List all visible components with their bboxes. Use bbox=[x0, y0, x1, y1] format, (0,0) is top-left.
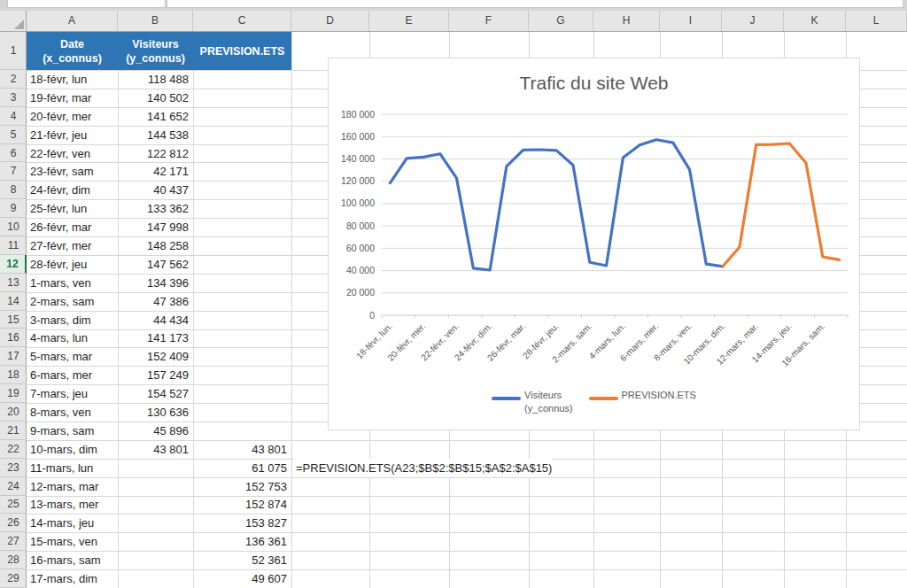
cell-A26[interactable]: 14-mars, jeu bbox=[27, 514, 118, 532]
cell-B5[interactable]: 144 538 bbox=[118, 126, 193, 144]
cell-A11[interactable]: 27-févr, mer bbox=[27, 236, 118, 255]
cell-B8[interactable]: 40 437 bbox=[118, 181, 193, 199]
cell-B17[interactable]: 152 409 bbox=[118, 347, 193, 366]
cell-A7[interactable]: 23-févr, sam bbox=[27, 162, 118, 181]
column-header-K[interactable]: K bbox=[784, 11, 846, 31]
row-header-1[interactable]: 1 bbox=[0, 32, 27, 70]
row-header-6[interactable]: 6 bbox=[0, 144, 27, 163]
cell-C23[interactable]: 61 075 bbox=[193, 459, 291, 477]
row-header-4[interactable]: 4 bbox=[0, 107, 27, 126]
cell-C25[interactable]: 152 874 bbox=[193, 496, 291, 514]
row-header-21[interactable]: 21 bbox=[0, 422, 27, 440]
cell-A13[interactable]: 1-mars, ven bbox=[27, 274, 118, 292]
select-all-corner[interactable] bbox=[0, 11, 27, 32]
column-header-L[interactable]: L bbox=[846, 11, 907, 31]
row-header-25[interactable]: 25 bbox=[0, 496, 27, 514]
cell-B15[interactable]: 44 434 bbox=[118, 311, 193, 329]
cell-A10[interactable]: 26-févr, mar bbox=[27, 218, 118, 236]
cell-B1[interactable]: Visiteurs (y_connus) bbox=[118, 32, 193, 70]
column-header-E[interactable]: E bbox=[369, 11, 449, 31]
row-header-5[interactable]: 5 bbox=[0, 126, 27, 144]
row-header-20[interactable]: 20 bbox=[0, 403, 27, 422]
row-header-2[interactable]: 2 bbox=[0, 70, 27, 89]
row-header-29[interactable]: 29 bbox=[0, 569, 27, 588]
traffic-chart[interactable]: Trafic du site Web 020 00040 00060 00080… bbox=[328, 58, 860, 430]
cell-A17[interactable]: 5-mars, mar bbox=[27, 347, 118, 366]
legend-entry-visiteurs[interactable]: Visiteurs (y_connus) bbox=[492, 389, 572, 415]
cell-B18[interactable]: 157 249 bbox=[118, 366, 193, 384]
row-header-24[interactable]: 24 bbox=[0, 477, 27, 496]
cell-A3[interactable]: 19-févr, mar bbox=[27, 89, 118, 107]
cell-B7[interactable]: 42 171 bbox=[118, 162, 193, 181]
cell-A20[interactable]: 8-mars, ven bbox=[27, 403, 118, 422]
column-header-B[interactable]: B bbox=[118, 11, 193, 31]
cell-B16[interactable]: 141 173 bbox=[118, 329, 193, 348]
cell-A25[interactable]: 13-mars, mer bbox=[27, 496, 118, 514]
row-header-7[interactable]: 7 bbox=[0, 162, 27, 181]
column-header-H[interactable]: H bbox=[593, 11, 660, 31]
cell-A19[interactable]: 7-mars, jeu bbox=[27, 384, 118, 403]
cell-C28[interactable]: 52 361 bbox=[193, 551, 291, 569]
cell-B14[interactable]: 47 386 bbox=[118, 292, 193, 311]
formula-annotation-cell-D23[interactable]: =PREVISION.ETS(A23;$B$2:$B$15;$A$2:$A$15… bbox=[294, 459, 552, 477]
cell-C27[interactable]: 136 361 bbox=[193, 532, 291, 551]
formula-bar[interactable] bbox=[167, 0, 903, 8]
column-header-F[interactable]: F bbox=[449, 11, 529, 31]
row-header-18[interactable]: 18 bbox=[0, 366, 27, 384]
cell-A21[interactable]: 9-mars, sam bbox=[27, 422, 118, 440]
row-header-14[interactable]: 14 bbox=[0, 292, 27, 311]
cell-A16[interactable]: 4-mars, lun bbox=[27, 329, 118, 348]
row-header-11[interactable]: 11 bbox=[0, 236, 27, 255]
row-header-19[interactable]: 19 bbox=[0, 384, 27, 403]
cell-B2[interactable]: 118 488 bbox=[118, 70, 193, 89]
row-header-13[interactable]: 13 bbox=[0, 274, 27, 292]
cell-C1[interactable]: PREVISION.ETS bbox=[193, 32, 291, 70]
cell-B21[interactable]: 45 896 bbox=[118, 422, 193, 440]
cell-A24[interactable]: 12-mars, mar bbox=[27, 477, 118, 496]
cell-A1[interactable]: Date (x_connus) bbox=[27, 32, 118, 70]
cell-B19[interactable]: 154 527 bbox=[118, 384, 193, 403]
cell-A29[interactable]: 17-mars, dim bbox=[27, 569, 118, 588]
row-header-12[interactable]: 12 bbox=[0, 255, 27, 274]
cell-A14[interactable]: 2-mars, sam bbox=[27, 292, 118, 311]
column-header-J[interactable]: J bbox=[722, 11, 784, 31]
cell-A8[interactable]: 24-févr, dim bbox=[27, 181, 118, 199]
cell-B10[interactable]: 147 998 bbox=[118, 218, 193, 236]
row-header-28[interactable]: 28 bbox=[0, 551, 27, 569]
row-header-26[interactable]: 26 bbox=[0, 514, 27, 532]
cell-B20[interactable]: 130 636 bbox=[118, 403, 193, 422]
row-header-15[interactable]: 15 bbox=[0, 311, 27, 329]
row-header-10[interactable]: 10 bbox=[0, 218, 27, 236]
row-header-3[interactable]: 3 bbox=[0, 89, 27, 107]
row-header-23[interactable]: 23 bbox=[0, 459, 27, 477]
cell-B11[interactable]: 148 258 bbox=[118, 236, 193, 255]
column-header-I[interactable]: I bbox=[660, 11, 722, 31]
cell-B13[interactable]: 134 396 bbox=[118, 274, 193, 292]
cell-C22[interactable]: 43 801 bbox=[193, 440, 291, 459]
cell-C29[interactable]: 49 607 bbox=[193, 569, 291, 588]
cell-B9[interactable]: 133 362 bbox=[118, 199, 193, 218]
cell-A28[interactable]: 16-mars, sam bbox=[27, 551, 118, 569]
cell-B3[interactable]: 140 502 bbox=[118, 89, 193, 107]
cell-C24[interactable]: 152 753 bbox=[193, 477, 291, 496]
name-box[interactable] bbox=[7, 0, 166, 8]
cell-B12[interactable]: 147 562 bbox=[118, 255, 193, 274]
row-header-17[interactable]: 17 bbox=[0, 347, 27, 366]
cell-A18[interactable]: 6-mars, mer bbox=[27, 366, 118, 384]
cell-A6[interactable]: 22-févr, ven bbox=[27, 144, 118, 163]
cell-A12[interactable]: 28-févr, jeu bbox=[27, 255, 118, 274]
row-header-27[interactable]: 27 bbox=[0, 532, 27, 551]
cell-A15[interactable]: 3-mars, dim bbox=[27, 311, 118, 329]
legend-entry-prevision[interactable]: PREVISION.ETS bbox=[589, 389, 696, 415]
cell-B4[interactable]: 141 652 bbox=[118, 107, 193, 126]
cell-A23[interactable]: 11-mars, lun bbox=[27, 459, 118, 477]
column-header-G[interactable]: G bbox=[529, 11, 593, 31]
cell-B6[interactable]: 122 812 bbox=[118, 144, 193, 163]
cell-C26[interactable]: 153 827 bbox=[193, 514, 291, 532]
cell-A4[interactable]: 20-févr, mer bbox=[27, 107, 118, 126]
cell-A5[interactable]: 21-févr, jeu bbox=[27, 126, 118, 144]
column-header-A[interactable]: A bbox=[27, 11, 118, 31]
cell-A2[interactable]: 18-févr, lun bbox=[27, 70, 118, 89]
column-header-D[interactable]: D bbox=[291, 11, 369, 31]
row-header-22[interactable]: 22 bbox=[0, 440, 27, 459]
